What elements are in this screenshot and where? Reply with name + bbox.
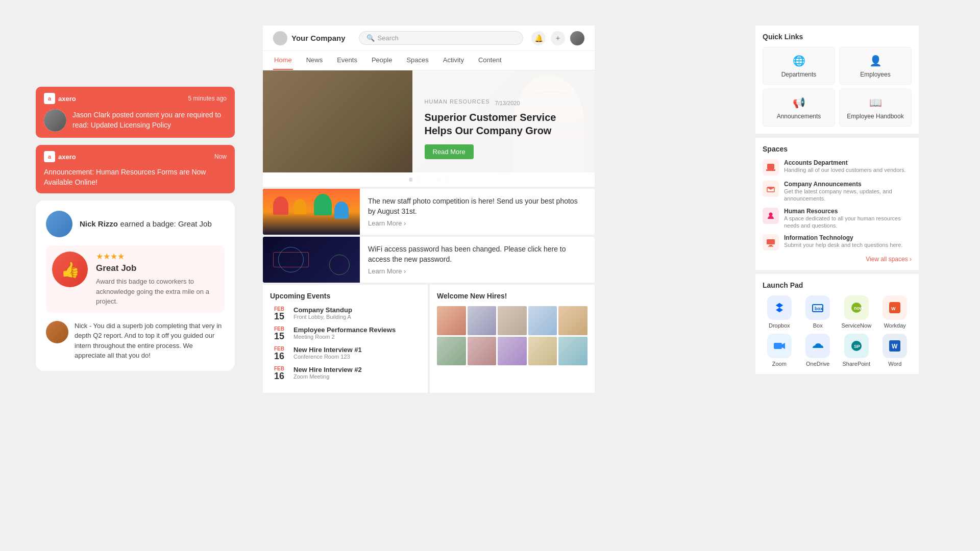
app-box[interactable]: box Box	[801, 295, 835, 329]
space-name-announcements: Company Announcements	[784, 181, 912, 188]
app-zoom[interactable]: Zoom	[763, 334, 796, 367]
read-more-button[interactable]: Read More	[425, 144, 474, 159]
space-item-hr[interactable]: Human Resources A space dedicated to all…	[763, 208, 912, 230]
badge-name: Great Job	[96, 263, 218, 273]
app-word[interactable]: W Word	[878, 334, 912, 367]
quick-link-employees-label: Employees	[860, 71, 890, 78]
quick-link-handbook-label: Employee Handbook	[847, 113, 903, 120]
svg-marker-8	[776, 303, 783, 308]
bell-icon[interactable]: 🔔	[531, 31, 546, 45]
hire-photo-8	[498, 337, 527, 366]
search-bar[interactable]: 🔍 Search	[359, 31, 523, 45]
nav-activity[interactable]: Activity	[442, 51, 465, 70]
app-workday-label: Workday	[884, 322, 906, 329]
launch-pad-title: Launch Pad	[763, 281, 912, 289]
servicenow-icon: now	[844, 295, 869, 320]
event-location-4: Zoom Meeting	[293, 373, 362, 380]
employees-icon: 👤	[868, 54, 883, 68]
hire-photo-4	[528, 306, 557, 335]
news-content-2: WiFi access password has been changed. P…	[360, 237, 595, 283]
learn-more-2[interactable]: Learn More ›	[368, 267, 586, 275]
hero-overlay: HUMAN RESOURCES 7/13/2020 Superior Custo…	[412, 70, 595, 187]
quick-link-announcements-label: Announcements	[777, 113, 821, 120]
company-logo-area[interactable]: Your Company	[273, 31, 346, 45]
svg-text:now: now	[854, 306, 864, 311]
hire-photo-7	[468, 337, 497, 366]
quick-links-section: Quick Links 🌐 Departments 👤 Employees 📢 …	[755, 26, 919, 134]
quick-link-handbook[interactable]: 📖 Employee Handbook	[839, 89, 912, 127]
announcements-space-icon	[763, 181, 779, 197]
news-content-1: The new staff photo competition is here!…	[360, 189, 595, 235]
nav-content[interactable]: Content	[477, 51, 503, 70]
app-onedrive[interactable]: OneDrive	[801, 334, 835, 367]
company-name: Your Company	[291, 34, 346, 42]
quick-links-title: Quick Links	[763, 33, 912, 41]
svg-marker-16	[782, 343, 785, 349]
quick-link-announcements[interactable]: 📢 Announcements	[763, 89, 835, 127]
quick-link-departments-label: Departments	[781, 71, 817, 78]
learn-more-1[interactable]: Learn More ›	[368, 219, 586, 227]
badge-content: 👍 ★★★★ Great Job Award this badge to cow…	[46, 245, 225, 313]
view-all-spaces-link[interactable]: View all spaces ›	[763, 256, 912, 263]
space-item-announcements[interactable]: Company Announcements Get the latest com…	[763, 181, 912, 203]
zoom-icon	[767, 334, 792, 358]
space-item-accounts[interactable]: Accounts Department Handling all of our …	[763, 159, 912, 176]
top-nav: Your Company 🔍 Search 🔔 ＋	[263, 26, 595, 51]
plus-icon[interactable]: ＋	[551, 31, 565, 45]
badge-user-name: Nick Rizzo earned a badge: Great Job	[80, 219, 212, 229]
quick-link-employees[interactable]: 👤 Employees	[839, 47, 912, 85]
departments-icon: 🌐	[792, 54, 806, 68]
notification-card-2[interactable]: a axero Now Announcement: Human Resource…	[36, 145, 235, 193]
space-desc-hr: A space dedicated to all your human reso…	[784, 215, 912, 230]
event-item-4[interactable]: FEB 16 New Hire Interview #2 Zoom Meetin…	[270, 366, 421, 381]
right-sections-wrapper: Quick Links 🌐 Departments 👤 Employees 📢 …	[755, 26, 919, 374]
notif-text-1: Jason Clark posted content you are requi…	[72, 110, 227, 130]
app-dropbox[interactable]: Dropbox	[763, 295, 796, 329]
axero-icon-2: a	[44, 151, 55, 162]
badge-stars: ★★★★	[96, 252, 218, 261]
notif-time-2: Now	[214, 153, 227, 160]
badge-description: Award this badge to coworkers to acknowl…	[96, 277, 218, 307]
svg-text:SP: SP	[854, 344, 860, 349]
event-item-1[interactable]: FEB 15 Company Standup Front Lobby, Buil…	[270, 306, 421, 321]
notif-text-2: Announcement: Human Resources Forms are …	[44, 167, 227, 187]
svg-rect-1	[766, 169, 775, 171]
it-space-icon	[763, 234, 779, 251]
app-servicenow[interactable]: now ServiceNow	[840, 295, 873, 329]
nav-spaces[interactable]: Spaces	[405, 51, 429, 70]
notif-time-1: 5 minutes ago	[188, 95, 227, 102]
space-desc-announcements: Get the latest company news, updates, an…	[784, 188, 912, 203]
user-avatar-nav[interactable]	[570, 31, 584, 45]
hire-photo-6	[437, 337, 466, 366]
app-sharepoint[interactable]: SP SharePoint	[840, 334, 873, 367]
event-item-3[interactable]: FEB 16 New Hire Interview #1 Conference …	[270, 346, 421, 361]
workday-icon: W	[883, 295, 907, 320]
sharepoint-icon: SP	[844, 334, 869, 358]
svg-rect-15	[774, 343, 782, 349]
svg-rect-5	[769, 245, 772, 246]
space-desc-it: Submit your help desk and tech questions…	[784, 241, 902, 248]
event-name-3: New Hire Interview #1	[293, 346, 362, 354]
nav-people[interactable]: People	[371, 51, 393, 70]
notification-card-1[interactable]: a axero 5 minutes ago Jason Clark posted…	[36, 87, 235, 138]
launch-pad-grid: Dropbox box Box now ServiceNow W	[763, 295, 912, 367]
spaces-section: Spaces Accounts Department Handling all …	[755, 138, 919, 270]
search-icon: 🔍	[366, 34, 375, 42]
space-item-it[interactable]: Information Technology Submit your help …	[763, 234, 912, 251]
nav-news[interactable]: News	[305, 51, 324, 70]
left-panel: a axero 5 minutes ago Jason Clark posted…	[36, 87, 235, 371]
app-zoom-label: Zoom	[772, 361, 787, 367]
nav-events[interactable]: Events	[336, 51, 358, 70]
event-item-2[interactable]: FEB 15 Employee Performance Reviews Meet…	[270, 326, 421, 341]
event-location-3: Conference Room 123	[293, 354, 362, 360]
svg-point-3	[769, 212, 773, 216]
hire-photo-5	[558, 306, 587, 335]
spaces-title: Spaces	[763, 145, 912, 153]
app-workday[interactable]: W Workday	[878, 295, 912, 329]
event-name-4: New Hire Interview #2	[293, 366, 362, 373]
app-dropbox-label: Dropbox	[769, 322, 790, 329]
comment-text: Nick - You did a superb job completing t…	[75, 321, 225, 361]
hire-photo-9	[528, 337, 557, 366]
nav-home[interactable]: Home	[273, 51, 293, 70]
quick-link-departments[interactable]: 🌐 Departments	[763, 47, 835, 85]
